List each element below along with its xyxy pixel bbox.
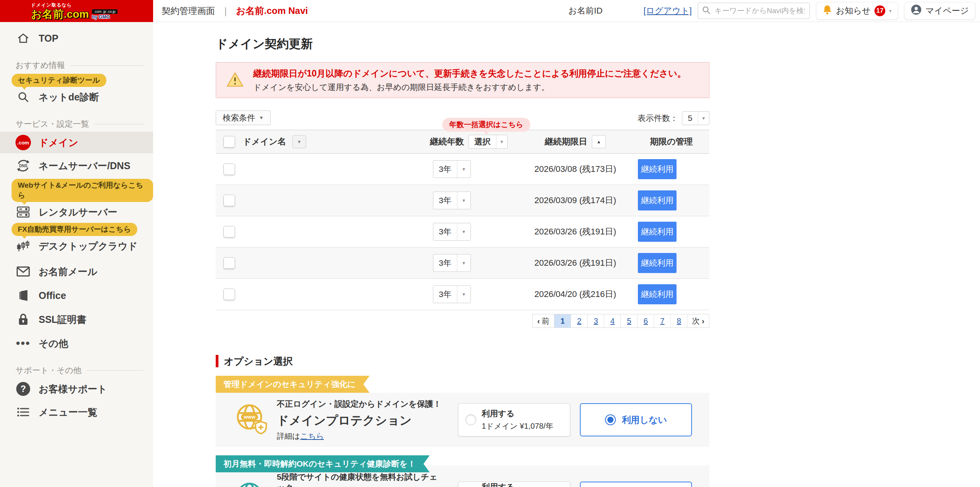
home-icon <box>15 33 31 44</box>
deadline-sort-button[interactable]: ▲ <box>592 135 606 148</box>
globe-stethoscope-icon: www <box>233 480 270 487</box>
pagination-prev[interactable]: ‹前 <box>533 314 554 327</box>
sidebar-item-nameserver-dns[interactable]: DNS ネームサーバー/DNS <box>0 156 153 176</box>
row-checkbox[interactable] <box>223 226 235 238</box>
option-use-card[interactable]: 利用する 1ドメイン¥330/月 初月無料 <box>458 482 570 487</box>
no-use-radio-checked[interactable] <box>605 414 616 425</box>
sidebar-item-label: TOP <box>39 33 58 44</box>
search-conditions-button[interactable]: 検索条件▼ <box>216 110 271 125</box>
sidebar-item-label: メニュー一覧 <box>39 406 97 419</box>
onamae-logo[interactable]: ドメイン取るなら お名前.com .com .jp .co.jp by GMO <box>0 0 153 22</box>
renew-button[interactable]: 継続利用 <box>638 159 677 179</box>
table-header: ドメイン名 ▼ 継続年数 選択 ▼ 継続期限日 ▲ 期限の管理 <box>216 130 709 154</box>
lock-icon <box>15 313 31 326</box>
caret-down-icon: ▼ <box>496 135 507 148</box>
svg-text:www: www <box>243 414 256 420</box>
sidebar-item-others[interactable]: ••• その他 <box>0 333 153 353</box>
search-icon <box>15 91 31 103</box>
gmo-logo: by GMO <box>92 14 110 20</box>
sidebar-item-domain[interactable]: .com ドメイン <box>0 132 153 153</box>
person-icon <box>911 4 922 17</box>
logo-tld-tags: .com .jp .co.jp <box>92 9 118 14</box>
renew-button[interactable]: 継続利用 <box>638 284 677 304</box>
sidebar-item-onamae-mail[interactable]: お名前メール <box>0 261 153 282</box>
dot-com-icon: .com <box>15 135 31 150</box>
years-select[interactable]: 3年▼ <box>433 160 471 178</box>
sidebar-item-net-de-shindan[interactable]: ネットde診断 <box>0 87 153 107</box>
pagination-page-2[interactable]: 2 <box>571 314 587 327</box>
per-page-select[interactable]: 5 ▼ <box>682 111 709 125</box>
breadcrumb-screen: 契約管理画面 <box>162 5 215 17</box>
years-select[interactable]: 3年▼ <box>433 254 471 272</box>
notice-button[interactable]: お知らせ 17 ▾ <box>816 2 898 20</box>
sidebar-item-label: ネットde診断 <box>39 91 99 104</box>
app-root: ドメイン取るなら お名前.com .com .jp .co.jp by GMO … <box>0 0 980 487</box>
deadline-value: 2026/03/26 (残191日) <box>534 257 616 269</box>
option-catchcopy: 不正ログイン・誤設定からドメインを保護！ <box>277 399 443 409</box>
years-select[interactable]: 3年▼ <box>433 285 471 303</box>
pagination-next[interactable]: 次› <box>687 314 709 327</box>
pagination-page-7[interactable]: 7 <box>654 314 670 327</box>
domain-sort-button[interactable]: ▼ <box>292 135 306 148</box>
option-no-use-card[interactable]: 利用しない <box>580 482 692 487</box>
row-checkbox[interactable] <box>223 257 235 269</box>
pagination-page-5[interactable]: 5 <box>620 314 637 327</box>
pagination-page-4[interactable]: 4 <box>604 314 620 327</box>
sidebar-item-office[interactable]: Office <box>0 285 153 305</box>
per-page-label: 表示件数： <box>637 113 678 124</box>
sidebar-item-customer-support[interactable]: ? お客様サポート <box>0 379 153 399</box>
select-all-checkbox[interactable] <box>223 136 235 148</box>
sidebar-section-support: サポート・その他 <box>15 365 144 376</box>
office-icon <box>15 289 31 302</box>
pagination-page-1[interactable]: 1 <box>554 314 571 327</box>
sidebar-item-desktop-cloud[interactable]: デスクトップクラウド <box>0 236 153 256</box>
sidebar-item-menu-list[interactable]: メニュー一覧 <box>0 402 153 422</box>
row-checkbox[interactable] <box>223 163 235 175</box>
warning-body: ドメインを安心して運用する為、お早めの期限日延長手続きをおすすめします。 <box>253 82 686 93</box>
option-ribbon-domain-protection: 管理ドメインのセキュリティ強化に <box>216 376 370 393</box>
sidebar-item-top[interactable]: TOP <box>0 28 153 48</box>
notice-label: お知らせ <box>836 5 871 17</box>
option-no-use-card[interactable]: 利用しない <box>580 403 692 436</box>
use-radio[interactable] <box>465 414 476 425</box>
per-page-control: 表示件数： 5 ▼ <box>637 111 709 125</box>
warning-banner: 継続期限日が10月以降のドメインについて、更新手続きを失念したことによる利用停止… <box>216 62 709 98</box>
chevron-down-icon: ▾ <box>889 8 891 14</box>
years-select[interactable]: 3年▼ <box>433 192 471 209</box>
deadline-value: 2026/03/09 (残174日) <box>534 195 616 206</box>
chevron-left-icon: ‹ <box>537 317 540 326</box>
sidebar-item-rental-server[interactable]: レンタルサーバー <box>0 202 153 222</box>
column-deadline: 継続期限日 <box>545 136 587 148</box>
warning-icon <box>226 71 244 89</box>
years-select[interactable]: 3年▼ <box>433 223 471 241</box>
row-checkbox[interactable] <box>223 288 235 300</box>
domain-table: 年数一括選択はこちら ドメイン名 ▼ 継続年数 選択 ▼ <box>216 130 709 310</box>
sidebar: ドメイン取るなら お名前.com .com .jp .co.jp by GMO … <box>0 0 153 487</box>
account-id-label: お名前ID <box>568 5 603 17</box>
column-domain-name: ドメイン名 <box>243 136 286 148</box>
pagination-page-8[interactable]: 8 <box>670 314 687 327</box>
svg-text:DNS: DNS <box>19 164 27 168</box>
search-input[interactable] <box>714 6 806 15</box>
options-heading: オプション選択 <box>216 355 709 367</box>
pagination-page-6[interactable]: 6 <box>637 314 654 327</box>
caret-down-icon: ▼ <box>457 286 470 303</box>
caret-down-icon: ▼ <box>259 115 264 120</box>
row-checkbox[interactable] <box>223 195 235 206</box>
detail-link[interactable]: こちら <box>300 432 324 440</box>
logo-tagline: ドメイン取るなら <box>31 2 153 8</box>
mypage-button[interactable]: マイページ <box>904 2 975 20</box>
bulk-years-select[interactable]: 選択 ▼ <box>469 135 508 149</box>
sidebar-item-label: レンタルサーバー <box>39 206 118 219</box>
renew-button[interactable]: 継続利用 <box>638 190 677 210</box>
mail-icon <box>15 266 31 277</box>
logout-link[interactable]: [ログアウト] <box>644 5 692 17</box>
pagination-page-3[interactable]: 3 <box>587 314 604 327</box>
renew-button[interactable]: 継続利用 <box>638 253 677 273</box>
option-use-card[interactable]: 利用する 1ドメイン ¥1,078/年 <box>458 403 570 436</box>
sidebar-item-ssl[interactable]: SSL証明書 <box>0 309 153 329</box>
option-catchcopy: 5段階でサイトの健康状態を無料お試しチェック <box>277 472 443 487</box>
deadline-value: 2026/03/26 (残191日) <box>534 226 616 238</box>
sidebar-item-label: お客様サポート <box>39 383 107 395</box>
renew-button[interactable]: 継続利用 <box>638 222 677 242</box>
